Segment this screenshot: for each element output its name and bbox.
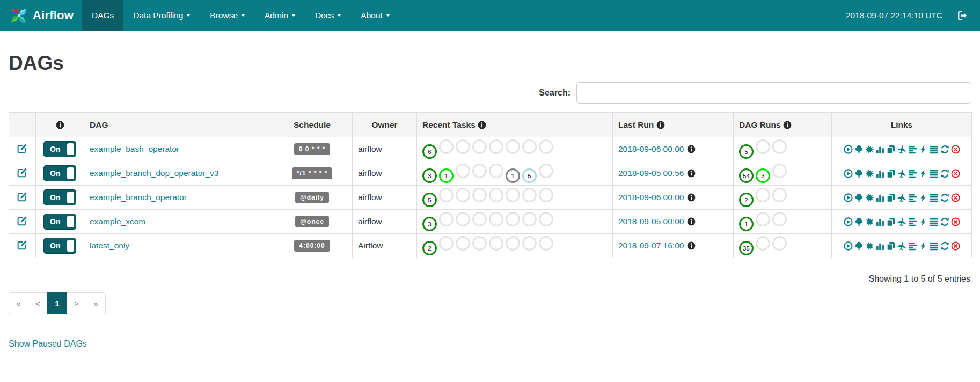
nav-item-data-profiling[interactable]: Data Profiling: [123, 0, 200, 31]
task-state-circle[interactable]: [489, 164, 503, 178]
dag-name-link[interactable]: example_branch_dop_operator_v3: [90, 168, 218, 178]
task-state-circle[interactable]: [522, 236, 537, 251]
info-icon[interactable]: [687, 169, 696, 178]
tree-view-icon[interactable]: [854, 145, 864, 154]
dag-name-link[interactable]: example_xcom: [90, 217, 145, 226]
tree-view-icon[interactable]: [854, 193, 864, 202]
task-state-circle[interactable]: [489, 236, 503, 251]
sign-out-icon[interactable]: [957, 10, 968, 21]
task-state-circle[interactable]: [456, 212, 470, 226]
task-state-circle[interactable]: 54: [739, 168, 754, 183]
task-tries-icon[interactable]: [887, 241, 896, 251]
dag-on-off-toggle[interactable]: On: [43, 214, 76, 230]
info-icon[interactable]: [687, 145, 696, 153]
task-state-circle[interactable]: [489, 188, 503, 202]
task-state-circle[interactable]: [772, 236, 787, 251]
schedule-badge[interactable]: 0 0 * * *: [294, 143, 331, 155]
task-state-circle[interactable]: [489, 212, 503, 226]
task-state-circle[interactable]: [756, 212, 770, 226]
task-state-circle[interactable]: 1: [506, 168, 520, 183]
task-duration-icon[interactable]: [876, 169, 885, 178]
task-state-circle[interactable]: [539, 236, 553, 251]
task-state-circle[interactable]: [439, 212, 454, 226]
task-state-circle[interactable]: 2: [422, 241, 437, 255]
last-run-link[interactable]: 2018-09-05 00:00: [618, 217, 684, 226]
gantt-view-icon[interactable]: [908, 145, 917, 154]
task-state-circle[interactable]: [456, 164, 470, 178]
dag-name-link[interactable]: example_branch_operator: [90, 193, 187, 202]
task-state-circle[interactable]: [456, 139, 470, 154]
refresh-icon[interactable]: [940, 193, 949, 202]
landing-times-icon[interactable]: [897, 241, 906, 251]
delete-dag-icon[interactable]: [951, 169, 960, 178]
task-state-circle[interactable]: [522, 139, 537, 154]
dag-details-icon[interactable]: [930, 193, 939, 202]
task-state-circle[interactable]: 6: [422, 144, 437, 159]
info-icon[interactable]: [687, 241, 696, 250]
code-view-icon[interactable]: [919, 241, 928, 251]
airflow-brand[interactable]: Airflow: [0, 0, 82, 31]
task-duration-icon[interactable]: [876, 241, 885, 251]
info-icon[interactable]: [687, 217, 696, 226]
tree-view-icon[interactable]: [854, 217, 864, 226]
nav-item-dags[interactable]: DAGs: [82, 0, 123, 31]
search-input[interactable]: [576, 82, 971, 104]
refresh-icon[interactable]: [940, 241, 949, 251]
task-state-circle[interactable]: [506, 139, 520, 154]
landing-times-icon[interactable]: [897, 169, 906, 178]
task-state-circle[interactable]: 5: [422, 193, 437, 207]
code-view-icon[interactable]: [919, 217, 928, 226]
task-state-circle[interactable]: [472, 212, 487, 226]
nav-item-admin[interactable]: Admin: [255, 0, 305, 31]
trigger-dag-icon[interactable]: [844, 217, 853, 226]
dag-on-off-toggle[interactable]: On: [43, 165, 76, 181]
dag-on-off-toggle[interactable]: On: [43, 141, 76, 157]
info-icon[interactable]: [478, 121, 486, 129]
gantt-view-icon[interactable]: [908, 193, 917, 202]
dag-details-icon[interactable]: [930, 145, 939, 154]
task-duration-icon[interactable]: [876, 193, 885, 202]
edit-dag-icon[interactable]: [17, 167, 27, 178]
task-tries-icon[interactable]: [887, 193, 896, 202]
task-state-circle[interactable]: [472, 188, 487, 202]
code-view-icon[interactable]: [919, 169, 928, 178]
landing-times-icon[interactable]: [897, 145, 906, 154]
graph-view-icon[interactable]: [865, 217, 874, 226]
task-tries-icon[interactable]: [887, 217, 896, 226]
gantt-view-icon[interactable]: [908, 241, 917, 251]
edit-dag-icon[interactable]: [17, 240, 27, 250]
pagination-last[interactable]: »: [86, 292, 106, 314]
task-state-circle[interactable]: 3: [422, 168, 437, 183]
task-state-circle[interactable]: [756, 139, 770, 154]
task-state-circle[interactable]: [506, 236, 520, 251]
pagination-page-1[interactable]: 1: [47, 292, 67, 314]
task-duration-icon[interactable]: [876, 145, 885, 154]
task-state-circle[interactable]: 3: [756, 168, 770, 183]
task-state-circle[interactable]: [439, 139, 454, 154]
task-state-circle[interactable]: 1: [439, 168, 454, 183]
pagination-prev[interactable]: <: [28, 292, 48, 314]
dag-name-link[interactable]: latest_only: [90, 241, 129, 250]
info-icon[interactable]: [687, 193, 696, 202]
task-tries-icon[interactable]: [887, 169, 896, 178]
dag-details-icon[interactable]: [930, 169, 939, 178]
delete-dag-icon[interactable]: [951, 241, 960, 251]
task-state-circle[interactable]: 1: [739, 217, 754, 231]
landing-times-icon[interactable]: [897, 217, 906, 226]
code-view-icon[interactable]: [919, 145, 928, 154]
refresh-icon[interactable]: [940, 169, 949, 178]
task-state-circle[interactable]: [472, 164, 487, 178]
task-state-circle[interactable]: [772, 164, 787, 178]
graph-view-icon[interactable]: [865, 145, 874, 154]
code-view-icon[interactable]: [919, 193, 928, 202]
task-state-circle[interactable]: [539, 139, 553, 154]
gantt-view-icon[interactable]: [908, 169, 917, 178]
graph-view-icon[interactable]: [865, 241, 874, 251]
task-state-circle[interactable]: [772, 139, 787, 154]
task-state-circle[interactable]: [522, 188, 537, 202]
task-state-circle[interactable]: [456, 188, 470, 202]
task-state-circle[interactable]: [539, 164, 553, 178]
task-state-circle[interactable]: [489, 139, 503, 154]
nav-item-docs[interactable]: Docs: [305, 0, 351, 31]
graph-view-icon[interactable]: [865, 169, 874, 178]
